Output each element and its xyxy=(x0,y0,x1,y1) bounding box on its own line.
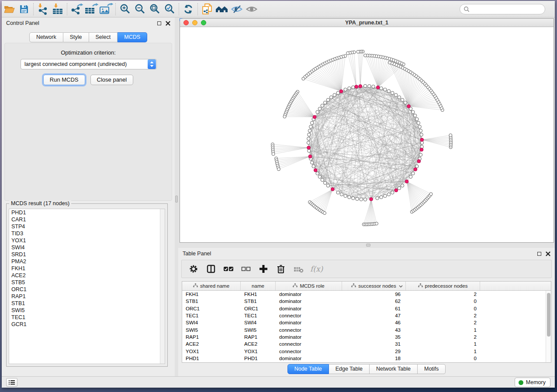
import-network-icon[interactable] xyxy=(35,2,50,16)
mcds-result-item[interactable]: PHD1 xyxy=(9,209,165,216)
table-cell: dominator xyxy=(276,320,342,325)
column-header-shared-name[interactable]: shared name xyxy=(182,282,241,290)
mcds-result-item[interactable]: SRD1 xyxy=(9,251,165,258)
task-history-button[interactable] xyxy=(6,378,17,387)
column-header-name[interactable]: name xyxy=(241,282,276,290)
control-panel: Control Panel NetworkStyleSelectMCDS Opt… xyxy=(2,17,175,376)
vertical-splitter[interactable] xyxy=(175,17,178,376)
search-box[interactable] xyxy=(460,4,545,14)
function-builder-icon: f(x) xyxy=(310,265,323,273)
mcds-result-title: MCDS result (17 nodes) xyxy=(9,200,71,206)
node-table-header: shared namenameMCDS rolesuccessor nodesp… xyxy=(182,282,551,291)
tab-node-table[interactable]: Node Table xyxy=(287,364,329,374)
splitter-grip[interactable] xyxy=(366,244,370,247)
zoom-in-icon[interactable] xyxy=(118,2,132,16)
tab-motifs[interactable]: Motifs xyxy=(418,364,446,374)
table-row[interactable]: STB1STB1dominator620 xyxy=(182,298,551,305)
mcds-result-item[interactable]: TEC1 xyxy=(9,314,165,321)
zoom-selected-icon[interactable] xyxy=(162,2,177,16)
zoom-fit-icon[interactable] xyxy=(147,2,162,16)
show-graphics-eye-icon[interactable] xyxy=(244,2,259,16)
criterion-select[interactable]: largest connected component (undirected) xyxy=(21,59,157,69)
tab-edge-table[interactable]: Edge Table xyxy=(329,364,370,374)
mcds-result-item[interactable]: FKH1 xyxy=(9,265,165,272)
memory-button[interactable]: Memory xyxy=(515,378,550,387)
zoom-out-icon[interactable] xyxy=(132,2,147,16)
table-scrollbar[interactable] xyxy=(546,291,551,362)
sort-caret-icon[interactable] xyxy=(399,283,403,289)
control-panel-tabs: NetworkStyleSelectMCDS xyxy=(29,32,147,42)
export-network-icon[interactable] xyxy=(69,2,84,16)
network-window-titlebar[interactable]: YPA_prune.txt_1 xyxy=(180,19,554,27)
duplicate-network-icon[interactable] xyxy=(200,2,214,16)
table-cell: FKH1 xyxy=(182,292,241,297)
tab-network[interactable]: Network xyxy=(29,32,63,42)
table-row[interactable]: ACE2ACE2connector311 xyxy=(182,340,551,347)
column-header-predecessor-nodes[interactable]: predecessor nodes xyxy=(406,282,480,290)
mcds-result-item[interactable]: SWI4 xyxy=(9,244,165,251)
table-cell: SWI4 xyxy=(182,320,241,325)
mcds-result-item[interactable]: CAR1 xyxy=(9,216,165,223)
mcds-panel: Optimization criterion: largest connecte… xyxy=(4,43,172,201)
table-cell: RAP1 xyxy=(241,334,276,340)
table-row[interactable]: PHD1PHD1dominator180 xyxy=(182,355,551,362)
memory-status-icon xyxy=(519,380,523,385)
export-image-icon[interactable] xyxy=(99,2,114,16)
column-header-successor-nodes[interactable]: successor nodes xyxy=(342,282,406,290)
close-panel-icon[interactable] xyxy=(166,21,170,26)
table-row[interactable]: YOX1YOX1connector291 xyxy=(182,347,551,354)
unselect-all-checks-icon[interactable] xyxy=(240,263,252,275)
table-scrollbar-thumb[interactable] xyxy=(547,293,550,337)
mcds-result-item[interactable]: ORC1 xyxy=(9,286,165,293)
tab-mcds[interactable]: MCDS xyxy=(118,32,147,42)
mcds-result-item[interactable]: RAP1 xyxy=(9,293,165,300)
table-row[interactable]: SWI5SWI5connector431 xyxy=(182,326,551,333)
save-icon[interactable] xyxy=(17,2,31,16)
network-canvas[interactable] xyxy=(180,27,554,242)
close-panel-icon[interactable] xyxy=(546,251,550,256)
table-row[interactable]: ORC1ORC1dominator610 xyxy=(182,305,551,312)
table-cell: 2 xyxy=(406,334,480,340)
trash-icon[interactable] xyxy=(275,263,287,275)
mcds-result-item[interactable]: STB1 xyxy=(9,300,165,307)
mcds-result-item[interactable]: STP4 xyxy=(9,223,165,230)
mcds-result-item[interactable]: SWI5 xyxy=(9,307,165,314)
table-row[interactable]: RAP1RAP1dominator352 xyxy=(182,334,551,340)
table-cell: dominator xyxy=(276,292,342,297)
open-folder-icon[interactable] xyxy=(2,2,17,16)
horizontal-splitter[interactable] xyxy=(178,244,555,247)
mcds-result-item[interactable]: GCR1 xyxy=(9,321,165,328)
export-table-icon[interactable] xyxy=(84,2,99,16)
gear-icon[interactable] xyxy=(188,263,199,275)
shared-column-icon xyxy=(193,283,198,289)
toolbar-separator xyxy=(115,3,116,15)
mcds-result-item[interactable]: PMA2 xyxy=(9,258,165,265)
double-home-icon[interactable] xyxy=(214,2,229,16)
add-column-plus-icon[interactable] xyxy=(258,263,269,275)
split-columns-icon[interactable] xyxy=(205,263,217,275)
tab-network-table[interactable]: Network Table xyxy=(370,364,418,374)
mcds-list-scrollbar[interactable] xyxy=(160,209,165,364)
run-mcds-button[interactable]: Run MCDS xyxy=(43,75,85,85)
splitter-grip[interactable] xyxy=(175,196,178,203)
float-panel-icon[interactable] xyxy=(537,252,541,256)
float-panel-icon[interactable] xyxy=(157,21,161,25)
mcds-result-item[interactable]: ACE2 xyxy=(9,272,165,279)
import-table-icon[interactable] xyxy=(50,2,65,16)
mcds-result-item[interactable]: TID3 xyxy=(9,230,165,237)
table-cell: ORC1 xyxy=(241,306,276,311)
table-cell: 0 xyxy=(406,306,480,311)
refresh-icon[interactable] xyxy=(181,2,196,16)
mcds-result-item[interactable]: YOX1 xyxy=(9,237,165,244)
table-row[interactable]: FKH1FKH1dominator962 xyxy=(182,291,551,298)
tab-select[interactable]: Select xyxy=(89,32,118,42)
table-row[interactable]: SWI4SWI4dominator462 xyxy=(182,319,551,326)
tab-style[interactable]: Style xyxy=(63,32,89,42)
close-panel-button[interactable]: Close panel xyxy=(90,75,134,85)
hide-graphics-eye-slash-icon[interactable] xyxy=(229,2,244,16)
table-row[interactable]: TEC1TEC1connector472 xyxy=(182,312,551,319)
column-header-MCDS-role[interactable]: MCDS role xyxy=(276,282,342,290)
select-all-checks-icon[interactable] xyxy=(223,263,234,275)
mcds-result-item[interactable]: STB5 xyxy=(9,279,165,286)
search-input[interactable] xyxy=(472,6,545,12)
